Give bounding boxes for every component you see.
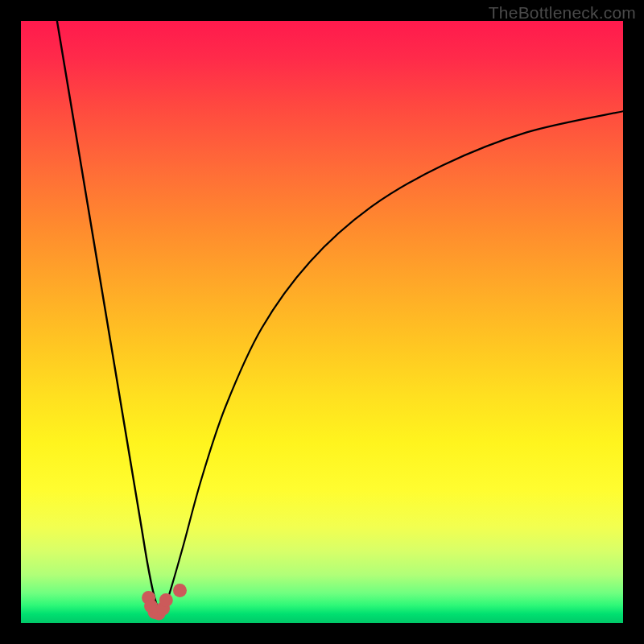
- chart-frame: TheBottleneck.com: [0, 0, 644, 644]
- curve-layer: [21, 21, 623, 623]
- optimum-markers: [142, 584, 187, 620]
- watermark-text: TheBottleneck.com: [489, 3, 636, 23]
- optimum-marker: [159, 593, 173, 607]
- plot-area: [21, 21, 623, 623]
- bottleneck-curve-right: [159, 111, 623, 614]
- optimum-marker: [173, 584, 187, 597]
- bottleneck-curve-left: [57, 21, 159, 614]
